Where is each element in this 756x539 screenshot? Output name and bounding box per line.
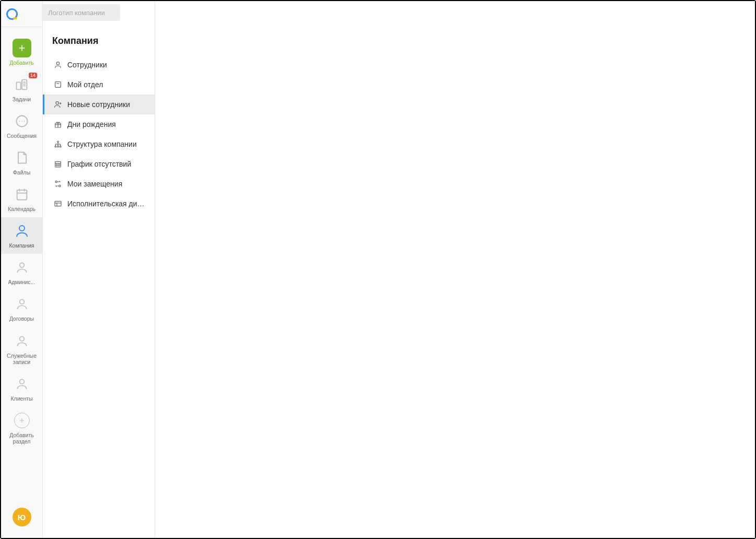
nav-admin[interactable]: Админис...	[1, 254, 42, 290]
sub-item-birthdays[interactable]: Дни рождения	[43, 114, 155, 134]
sub-item-my-dept[interactable]: Мой отдел	[43, 75, 155, 95]
nav-label: Сообщения	[7, 133, 37, 139]
nav-label: Добавить раздел	[3, 432, 41, 444]
user-avatar[interactable]: Ю	[13, 508, 31, 526]
nav-label: Клиенты	[10, 395, 32, 402]
sub-panel: Компания Сотрудники Мой отдел Новые сотр…	[43, 1, 155, 538]
sub-item-substitutions[interactable]: Мои замещения	[43, 174, 155, 194]
nav-clients[interactable]: Клиенты	[1, 370, 42, 407]
sub-item-label: Дни рождения	[67, 120, 116, 128]
nav-label: Файлы	[13, 169, 30, 175]
nav-list: Добавить 14 Задачи Сообщения Файлы	[1, 27, 42, 500]
company-logo-placeholder[interactable]: Логотип компании	[42, 4, 120, 21]
svg-point-46	[59, 185, 61, 186]
nav-memos[interactable]: Служебные записи	[1, 327, 42, 370]
hierarchy-icon	[54, 140, 62, 148]
files-icon	[15, 150, 29, 165]
svg-point-34	[60, 146, 61, 147]
person-icon	[15, 334, 29, 348]
nav-calendar[interactable]: Календарь	[1, 181, 42, 217]
person-plus-icon	[54, 100, 62, 109]
messages-icon	[15, 114, 29, 128]
sub-item-label: Мой отдел	[67, 80, 103, 89]
calendar-grid-icon	[54, 160, 62, 168]
person-icon	[15, 297, 29, 311]
main-content	[155, 1, 755, 538]
gift-icon	[54, 120, 62, 128]
sub-item-new-employees[interactable]: Новые сотрудники	[43, 95, 155, 114]
dashboard-icon	[54, 200, 62, 208]
person-icon	[14, 223, 30, 239]
nav-label: Календарь	[8, 206, 36, 212]
svg-rect-40	[55, 161, 61, 167]
svg-rect-2	[16, 82, 20, 89]
nav-add-section[interactable]: Добавить раздел	[1, 407, 42, 450]
card-icon	[54, 80, 62, 89]
logo-row	[1, 1, 42, 27]
sub-item-label: Сотрудники	[67, 61, 107, 69]
sub-panel-title: Компания	[43, 36, 155, 55]
tasks-icon	[15, 77, 29, 92]
svg-point-8	[19, 121, 20, 122]
nav-contracts[interactable]: Договоры	[1, 290, 42, 327]
svg-rect-3	[22, 80, 27, 90]
calendar-icon	[15, 187, 29, 202]
nav-label: Служебные записи	[3, 353, 41, 365]
person-icon	[54, 61, 62, 69]
sub-item-label: Исполнительская дисц...	[67, 200, 146, 208]
sub-item-discipline[interactable]: Исполнительская дисц...	[43, 194, 155, 214]
avatar-slot: Ю	[1, 500, 42, 538]
svg-point-17	[19, 300, 24, 304]
sub-item-label: Структура компании	[67, 140, 137, 148]
tasks-badge: 14	[29, 73, 37, 78]
nav-label: Админис...	[8, 279, 36, 285]
swap-icon	[54, 180, 62, 188]
sub-item-label: Новые сотрудники	[67, 100, 130, 109]
svg-point-19	[19, 379, 24, 384]
svg-point-22	[56, 62, 59, 65]
svg-rect-23	[55, 82, 61, 88]
svg-point-32	[55, 146, 56, 147]
person-icon	[15, 377, 29, 391]
svg-point-10	[23, 121, 25, 122]
plus-circle-icon	[14, 413, 30, 428]
svg-point-16	[19, 263, 24, 268]
svg-point-31	[57, 141, 59, 143]
nav-label: Добавить	[9, 60, 33, 66]
sub-item-label: Мои замещения	[67, 180, 122, 188]
nav-label: Договоры	[9, 315, 34, 322]
nav-files[interactable]: Файлы	[1, 144, 42, 181]
nav-messages[interactable]: Сообщения	[1, 108, 42, 144]
sub-item-employees[interactable]: Сотрудники	[43, 55, 155, 75]
app-logo-icon[interactable]	[6, 8, 18, 20]
plus-icon	[13, 39, 31, 57]
svg-rect-47	[55, 201, 61, 206]
svg-rect-11	[17, 190, 27, 200]
nav-tasks[interactable]: 14 Задачи	[1, 71, 42, 108]
sub-item-structure[interactable]: Структура компании	[43, 134, 155, 154]
nav-add-button[interactable]: Добавить	[1, 34, 42, 71]
left-sidebar: Логотип компании Добавить 14 Задачи С	[1, 1, 43, 538]
svg-point-33	[57, 146, 59, 147]
svg-point-18	[19, 336, 24, 341]
sub-item-label: График отсутствий	[67, 160, 131, 168]
nav-label: Задачи	[13, 96, 31, 102]
nav-company[interactable]: Компания	[1, 217, 42, 254]
person-icon	[15, 261, 29, 274]
nav-label: Компания	[9, 242, 34, 249]
svg-point-45	[55, 181, 57, 182]
svg-point-15	[19, 226, 25, 231]
sub-item-absence[interactable]: График отсутствий	[43, 154, 155, 174]
svg-point-9	[21, 121, 22, 122]
svg-point-25	[56, 102, 58, 104]
